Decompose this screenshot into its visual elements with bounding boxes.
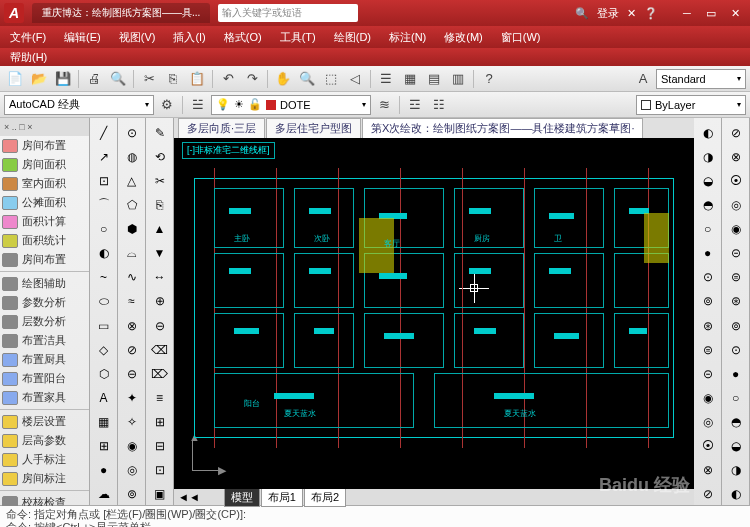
print-icon[interactable]: 🖨 [83, 68, 105, 90]
tool-button[interactable]: ◎ [121, 460, 143, 481]
tool-button[interactable]: ⊘ [121, 339, 143, 360]
tool-button[interactable]: ◎ [697, 412, 719, 433]
tool-button[interactable]: ✂ [149, 170, 171, 191]
properties-icon[interactable]: ☰ [375, 68, 397, 90]
tool-button[interactable]: ⎘ [149, 194, 171, 215]
search-icon[interactable]: 🔍 [575, 7, 589, 20]
tool-button[interactable]: ⊗ [725, 146, 747, 167]
doc-tab[interactable]: 第X次绘改：绘制图纸方案图——具住楼建筑方案草图· [362, 118, 643, 138]
tool-button[interactable]: ⊜ [725, 267, 747, 288]
tool-button[interactable]: ⊘ [725, 122, 747, 143]
workspace-gear-icon[interactable]: ⚙ [156, 94, 178, 116]
tool-button[interactable]: ▼ [149, 243, 171, 264]
tool-button[interactable]: ◒ [697, 170, 719, 191]
tool-button[interactable]: ⊕ [149, 291, 171, 312]
sheet-icon[interactable]: ▥ [447, 68, 469, 90]
tool-button[interactable]: ○ [93, 219, 115, 240]
tool-button[interactable]: ▦ [93, 412, 115, 433]
side-item[interactable]: 布置厨具 [0, 350, 89, 369]
open-icon[interactable]: 📂 [28, 68, 50, 90]
zoom-window-icon[interactable]: ⬚ [320, 68, 342, 90]
menu-window[interactable]: 窗口(W) [501, 30, 541, 45]
side-item[interactable]: 房间布置 [0, 136, 89, 155]
tool-button[interactable]: ≈ [121, 291, 143, 312]
help-search-input[interactable]: 输入关键字或短语 [218, 4, 358, 22]
toolpalette-icon[interactable]: ▤ [423, 68, 445, 90]
side-item[interactable]: 参数分析 [0, 293, 89, 312]
tool-button[interactable]: ⌓ [121, 243, 143, 264]
tool-button[interactable]: ⊗ [121, 315, 143, 336]
tool-button[interactable]: ⊖ [149, 315, 171, 336]
cut-icon[interactable]: ✂ [138, 68, 160, 90]
side-item[interactable]: 布置家具 [0, 388, 89, 407]
tool-button[interactable]: ⦿ [697, 436, 719, 457]
tool-button[interactable]: ⊞ [93, 436, 115, 457]
tool-button[interactable]: ⊚ [725, 315, 747, 336]
tool-button[interactable]: ◉ [121, 436, 143, 457]
menu-tools[interactable]: 工具(T) [280, 30, 316, 45]
side-item[interactable]: 房间标注 [0, 469, 89, 488]
menu-format[interactable]: 格式(O) [224, 30, 262, 45]
side-item[interactable]: 层高参数 [0, 431, 89, 450]
pan-icon[interactable]: ✋ [272, 68, 294, 90]
menu-view[interactable]: 视图(V) [119, 30, 156, 45]
side-item[interactable]: 面积计算 [0, 212, 89, 231]
tool-button[interactable]: ✦ [121, 387, 143, 408]
textstyle-dropdown[interactable]: Standard▾ [656, 69, 746, 89]
tool-button[interactable]: ⦿ [725, 170, 747, 191]
tool-button[interactable]: ⌒ [93, 194, 115, 215]
tool-button[interactable]: ~ [93, 267, 115, 288]
side-item[interactable]: 房间布置 [0, 250, 89, 269]
tool-button[interactable]: ⊘ [697, 484, 719, 505]
tool-button[interactable]: ⟲ [149, 146, 171, 167]
tool-button[interactable]: ◉ [725, 219, 747, 240]
tool-button[interactable]: ● [93, 460, 115, 481]
tab-scroll-left-icon[interactable]: ◄◄ [174, 491, 204, 503]
exchange-icon[interactable]: ✕ [627, 7, 636, 20]
tool-button[interactable]: ○ [697, 219, 719, 240]
tool-button[interactable]: ◎ [725, 194, 747, 215]
side-item[interactable]: 楼层设置 [0, 412, 89, 431]
tool-button[interactable]: ☁ [93, 484, 115, 505]
tool-button[interactable]: ◓ [697, 194, 719, 215]
tool-button[interactable]: △ [121, 170, 143, 191]
side-item[interactable]: 层数分析 [0, 312, 89, 331]
tool-button[interactable]: ◓ [725, 412, 747, 433]
tool-button[interactable]: ≡ [149, 387, 171, 408]
tool-button[interactable]: ⊚ [697, 291, 719, 312]
tool-button[interactable]: ● [725, 363, 747, 384]
tool-button[interactable]: ▲ [149, 219, 171, 240]
tool-button[interactable]: ◐ [93, 243, 115, 264]
tool-button[interactable]: ⊚ [121, 484, 143, 505]
title-tab[interactable]: 重庆博达：绘制图纸方案图——具... [32, 3, 210, 23]
tool-button[interactable]: ⌫ [149, 339, 171, 360]
tool-button[interactable]: ◑ [697, 146, 719, 167]
drawing-canvas[interactable]: [-]非标准宅二维线框] ▲ ▶ 主卧次卧客厅厨房卫阳台夏天蓝水夏天蓝水 [174, 138, 694, 489]
layout-tab[interactable]: 布局1 [261, 488, 303, 507]
undo-icon[interactable]: ↶ [217, 68, 239, 90]
tool-button[interactable]: ⊝ [697, 363, 719, 384]
tool-button[interactable]: ⬠ [121, 194, 143, 215]
tool-button[interactable]: ◒ [725, 436, 747, 457]
tool-button[interactable]: ◐ [725, 484, 747, 505]
layout-tab[interactable]: 布局2 [304, 488, 346, 507]
zoom-prev-icon[interactable]: ◁ [344, 68, 366, 90]
tool-button[interactable]: ⊗ [697, 460, 719, 481]
layer-iso-icon[interactable]: ☷ [428, 94, 450, 116]
copy-icon[interactable]: ⎘ [162, 68, 184, 90]
designcenter-icon[interactable]: ▦ [399, 68, 421, 90]
tool-button[interactable]: ⌦ [149, 363, 171, 384]
doc-tab[interactable]: 多层住宅户型图 [266, 118, 361, 138]
close-button[interactable]: ✕ [724, 5, 746, 21]
tool-button[interactable]: ⊜ [697, 339, 719, 360]
tool-button[interactable]: ⊙ [697, 267, 719, 288]
new-icon[interactable]: 📄 [4, 68, 26, 90]
tool-button[interactable]: ◑ [725, 460, 747, 481]
menu-dimension[interactable]: 标注(N) [389, 30, 426, 45]
tool-button[interactable]: ∿ [121, 267, 143, 288]
tool-button[interactable]: ⊡ [93, 170, 115, 191]
menu-help[interactable]: 帮助(H) [10, 50, 47, 65]
minimize-button[interactable]: ─ [676, 5, 698, 21]
tool-button[interactable]: ⊙ [725, 339, 747, 360]
menu-draw[interactable]: 绘图(D) [334, 30, 371, 45]
